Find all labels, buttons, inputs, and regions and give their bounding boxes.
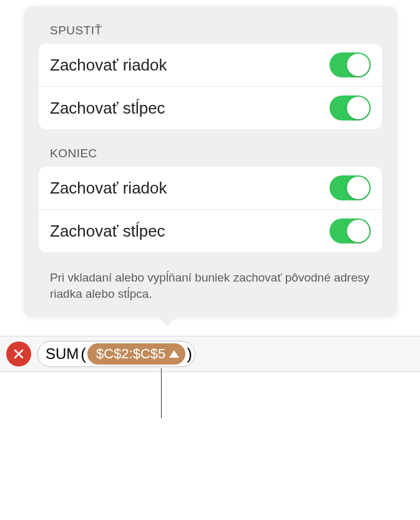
preserve-column-start-row: Zachovať stĺpec: [39, 87, 382, 129]
function-name: SUM: [46, 345, 79, 363]
cancel-formula-button[interactable]: [6, 341, 31, 366]
reference-settings-popover: SPUSTIŤ Zachovať riadok Zachovať stĺpec …: [24, 6, 397, 316]
preserve-row-start-toggle[interactable]: [330, 52, 371, 77]
settings-group-start: Zachovať riadok Zachovať stĺpec: [39, 44, 382, 129]
toggle-knob: [347, 97, 369, 119]
preserve-row-start-row: Zachovať riadok: [39, 44, 382, 87]
preserve-column-end-toggle[interactable]: [330, 218, 371, 243]
open-paren: (: [81, 345, 86, 364]
preserve-column-end-label: Zachovať stĺpec: [50, 222, 165, 241]
preserve-row-start-label: Zachovať riadok: [50, 56, 167, 75]
section-header-start: SPUSTIŤ: [39, 24, 382, 37]
settings-group-end: Zachovať riadok Zachovať stĺpec: [39, 167, 382, 252]
range-reference-pill[interactable]: $C$2:$C$5: [87, 343, 185, 365]
toggle-knob: [347, 220, 369, 242]
triangle-up-icon: [169, 350, 179, 358]
footnote-text: Pri vkladaní alebo vypĺňaní buniek zacho…: [39, 270, 382, 302]
formula-bar: SUM ( $C$2:$C$5 ): [0, 336, 420, 372]
close-paren: ): [187, 345, 192, 364]
preserve-row-end-toggle[interactable]: [330, 175, 371, 200]
popover-arrow: [156, 315, 178, 326]
toggle-knob: [347, 54, 369, 76]
preserve-column-start-toggle[interactable]: [330, 96, 371, 120]
formula-expression[interactable]: SUM ( $C$2:$C$5 ): [37, 341, 195, 367]
callout-line: [161, 368, 162, 418]
preserve-column-end-row: Zachovať stĺpec: [39, 210, 382, 252]
close-icon: [13, 348, 24, 360]
preserve-row-end-row: Zachovať riadok: [39, 167, 382, 210]
preserve-column-start-label: Zachovať stĺpec: [50, 99, 165, 118]
preserve-row-end-label: Zachovať riadok: [50, 179, 167, 198]
section-header-end: KONIEC: [39, 147, 382, 160]
toggle-knob: [347, 177, 369, 199]
range-reference-text: $C$2:$C$5: [96, 346, 165, 362]
